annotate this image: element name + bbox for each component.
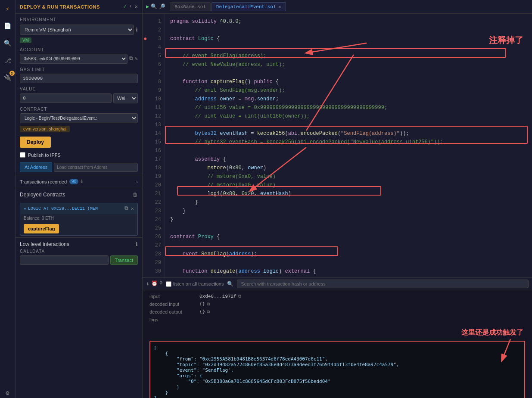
search-bottom-icon[interactable]: 🔍 [227,281,233,287]
code-line-17: assembly { [165,155,532,164]
transactions-row: Transactions recorded 90 ℹ › [16,175,142,188]
copy-account-icon[interactable]: ⧉ [129,56,133,62]
listen-label: listen on all transactions [173,281,224,286]
bottom-clock-icon[interactable]: ⏰ [151,280,158,288]
tab-close-icon[interactable]: ✕ [278,4,281,9]
input-key: input [149,294,193,299]
account-select[interactable]: 0x5B3...eddC4 (99.99999999 [20,54,128,64]
contract-item-label: ▾ LOGIC AT 0XC29...DEC11 (MEM [24,206,98,211]
code-line-9: // emit SendFlag(msg.sender); [165,86,532,95]
decoded-output-key: decoded output [149,309,193,314]
calldata-label: CALLDATA [20,249,138,254]
edit-account-icon[interactable]: ✎ [135,56,138,62]
value-label: VALUE [16,84,142,92]
tx-count-badge: 90 [69,179,78,184]
code-line-30: function delegate(address logic) externa… [165,267,532,276]
expand-tx-icon[interactable]: › [136,179,138,184]
search-tx-input[interactable] [237,280,529,288]
code-line-12: // uint value = uint(uint160(owner)); [165,112,532,121]
decoded-input-value: {} ⧉ [199,302,210,307]
code-line-20: // mstore(0xa0, value) [165,181,532,190]
close-contract-icon[interactable]: ✕ [131,205,134,212]
tab-boxgame[interactable]: BoxGame.sol [170,2,211,11]
close-sidebar-icon[interactable]: ✕ [135,3,138,10]
contract-instance: ▾ LOGIC AT 0XC29...DEC11 (MEM ⧉ ✕ Balanc… [20,203,138,236]
copy-input-icon[interactable]: ⧉ [238,294,241,299]
sidebar-header: DEPLOY & RUN TRANSACTIONS ✓ ‹ ✕ [16,0,142,14]
value-unit-select[interactable]: Wei Gwei Ether [113,93,138,103]
bottom-arrow-down-icon[interactable]: ⬇ [146,280,149,288]
environment-select[interactable]: Remix VM (Shanghai) [20,25,134,35]
plugin-badge: 2 [9,71,15,76]
gas-limit-input[interactable]: 3000000 [20,74,138,83]
chevron-left-icon[interactable]: ‹ [129,3,132,10]
logs-key: logs [149,317,193,322]
input-value: 0xd48...1972f ⧉ [199,294,241,299]
code-line-6: // event NewValue(address, uint); [165,60,532,69]
load-contract-input[interactable] [54,163,138,172]
listen-checkbox[interactable] [166,281,171,287]
chevron-down-icon[interactable]: ▾ [24,206,26,211]
trash-icon[interactable]: 🗑 [133,192,138,198]
sidebar: DEPLOY & RUN TRANSACTIONS ✓ ‹ ✕ ENVIRONM… [16,0,143,398]
zoom-in-icon[interactable]: 🔍 [151,3,157,10]
account-icons: ⧉ ✎ [129,56,138,62]
code-line-22: } [165,198,532,207]
code-line-26: contract Proxy { [165,233,532,241]
sidebar-header-icons: ✓ ‹ ✕ [123,3,138,10]
file-icon[interactable]: 📄 [3,21,13,31]
deploy-icon[interactable]: ⚡ [3,3,13,14]
copy-decoded-output-icon[interactable]: ⧉ [207,310,210,314]
low-level-info-icon[interactable]: ℹ [136,241,138,247]
info-icon[interactable]: ℹ [136,27,138,33]
transact-button[interactable]: Transact [110,255,138,265]
code-line-27 [165,241,532,250]
run-icon[interactable]: ▶ [146,3,149,10]
environment-label: ENVIRONMENT [16,14,142,24]
vm-badge: VM [20,37,31,43]
publish-checkbox[interactable] [20,152,25,158]
copy-contract-icon[interactable]: ⧉ [124,205,128,212]
deployed-header: Deployed Contracts 🗑 [16,188,142,201]
logs-content: [ { "from": "0xc2955A581b9481B8e56374d6f… [154,345,521,398]
value-row: Wei Gwei Ether [20,93,138,103]
tx-info-icon[interactable]: ℹ [81,179,83,184]
transactions-label: Transactions recorded [20,179,67,184]
code-line-19: // mstore(0xa0, value) [165,172,532,181]
contract-select[interactable]: Logic - Begin/Test/DelegatecallEvent.: [20,113,138,123]
at-address-button[interactable]: At Address [20,162,52,172]
code-line-21: log1(0x80, 0x20, eventHash) [165,190,532,198]
tab-delegatecall-label: DelegatecallEvent.sol [216,4,276,9]
contract-item-icons: ⧉ ✕ [124,205,134,212]
copy-decoded-input-icon[interactable]: ⧉ [207,302,210,307]
value-input[interactable] [20,93,112,103]
checkmark-icon: ✓ [123,3,126,10]
tab-delegatecall[interactable]: DelegatecallEvent.sol ✕ [212,2,286,11]
code-line-11: // uint256 value = 0x9999999999999999999… [165,103,532,112]
bottom-panel: ⬇ ⏰ 0 listen on all transactions 🔍 input… [143,277,532,398]
code-line-5: // event SendFlag(address); [165,52,532,60]
code-line-13 [165,121,532,129]
code-line-29 [165,258,532,267]
search-icon[interactable]: 🔍 [3,38,13,48]
editor-area: ● 1 2 3 4 5 6 7 8 9 10 11 12 13 14 15 16… [143,14,532,277]
deploy-button[interactable]: Deploy [20,137,51,148]
evm-badge: evm version: shanghai [20,126,70,132]
settings-icon[interactable]: ⚙ [3,388,13,398]
decoded-input-row: decoded input {} ⧉ [149,302,525,307]
gas-limit-label: GAS LIMIT [16,65,142,73]
contract-label: CONTRACT [16,104,142,112]
code-line-18: mstore(0x80, owner) [165,164,532,172]
sidebar-title: DEPLOY & RUN TRANSACTIONS [20,4,100,9]
zoom-out-icon[interactable]: 🔎 [159,3,165,10]
git-icon[interactable]: ⎇ [3,55,13,65]
code-line-28: event SendFlag(address); [165,250,532,258]
annotation-triggered: 这里还是成功触发了 [143,328,532,339]
capture-flag-button[interactable]: captureFlag [24,224,59,233]
input-row: input 0xd48...1972f ⧉ [149,294,525,299]
calldata-input[interactable] [20,255,109,265]
plugin-icon[interactable]: 🔌 2 [3,72,13,83]
icon-bar: ⚡ 📄 🔍 ⎇ 🔌 2 ⚙ [0,0,16,398]
code-line-15: // bytes32 eventHash = keccak256(abi.enc… [165,138,532,146]
code-content: pragma solidity ^0.8.0; contract Logic {… [165,14,532,277]
